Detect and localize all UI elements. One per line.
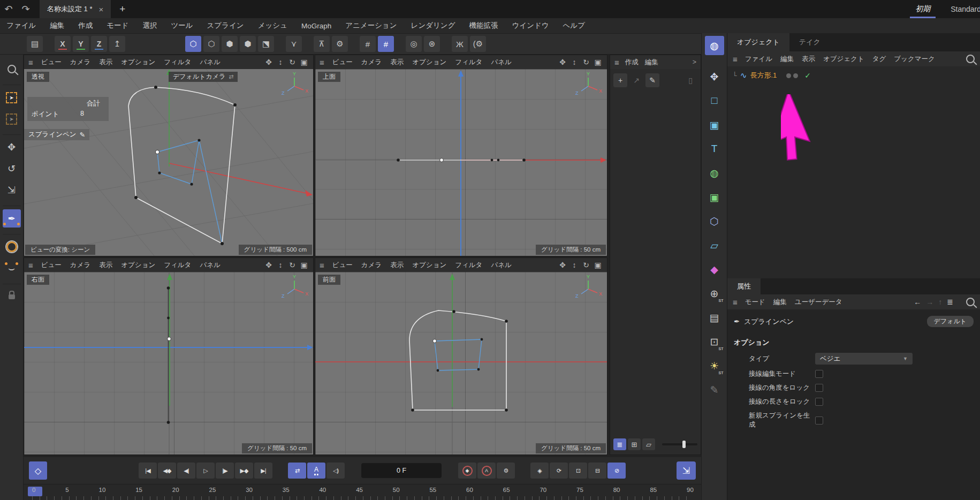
autokey-mode-button[interactable]: A (307, 463, 325, 479)
toolbar-button[interactable] (304, 36, 312, 52)
back-icon[interactable]: ← (914, 298, 921, 306)
menu-item[interactable]: ウインドウ (512, 21, 549, 31)
close-tab-icon[interactable]: × (99, 5, 104, 14)
viewport-menu-item[interactable]: オプション (121, 58, 155, 67)
zoom-slider[interactable] (662, 443, 697, 445)
tab-attributes[interactable]: 属性 (727, 278, 761, 294)
layer-view-button[interactable]: ▱ (642, 438, 655, 450)
lock-workplane-button[interactable] (3, 287, 21, 306)
symmetry-button[interactable]: Ж (452, 36, 468, 52)
texture-mode-button[interactable]: ⬔ (258, 36, 274, 52)
live-selection-button[interactable]: ➤ (3, 88, 21, 107)
points-mode-button[interactable]: ⬡ (185, 36, 201, 52)
panel-menu-item[interactable]: 編集 (645, 58, 658, 67)
orbit-view-icon[interactable]: ↻ (581, 261, 591, 269)
filter-icon[interactable]: ≣ (947, 298, 953, 306)
tool-button[interactable] (3, 231, 21, 234)
manager-menu-item[interactable]: ブックマーク (894, 55, 935, 64)
toolbar-button[interactable] (276, 36, 284, 52)
viewport-menu-item[interactable]: ビュー (41, 261, 62, 270)
forward-icon[interactable]: → (926, 298, 933, 306)
orbit-view-icon[interactable]: ↻ (581, 58, 591, 66)
restore-layout-button[interactable]: ⇲ (677, 461, 696, 480)
tab-takes[interactable]: テイク (789, 33, 830, 51)
loop-playback-button[interactable]: ⇄ (288, 463, 306, 479)
keyframe-diamond-button[interactable]: ◇ (29, 461, 47, 480)
viewport-menu-item[interactable]: オプション (412, 261, 446, 270)
options-section-header[interactable]: オプション (727, 327, 980, 347)
menu-item[interactable]: アニメーション (345, 21, 397, 31)
viewport-menu-item[interactable]: フィルタ (455, 261, 482, 270)
icon-view-button[interactable]: ⊞ (628, 438, 641, 450)
manager-menu-item[interactable]: オブジェクト (823, 55, 864, 64)
viewport-menu-item[interactable]: フィルタ (164, 261, 191, 270)
generator-icon[interactable]: ◍ (705, 163, 724, 183)
hamburger-icon[interactable]: ≡ (28, 261, 33, 270)
snap-lock-button[interactable]: # (378, 36, 394, 52)
toolbar-button[interactable] (137, 36, 145, 52)
toolbar-button[interactable] (350, 36, 358, 52)
attributes-menu-item[interactable]: 編集 (773, 298, 787, 307)
viewport-menu-item[interactable]: オプション (412, 58, 446, 67)
pick-object-button[interactable]: ✎ (645, 73, 659, 87)
model-mode-button[interactable]: ⬢ (240, 36, 256, 52)
key-rotation-button[interactable]: ⟳ (550, 463, 568, 479)
prev-key-button[interactable]: ◀◆ (158, 463, 176, 479)
viewport-canvas-top[interactable]: YXZ 上面 グリッド間隔 : 50 cm (315, 69, 607, 256)
hamburger-icon[interactable]: ≡ (320, 58, 324, 67)
delete-button[interactable]: ▯ (683, 73, 697, 87)
layout-tab-standard[interactable]: Standard (945, 0, 980, 18)
dolly-view-icon[interactable]: ↕ (276, 58, 285, 66)
layout-tab-startup[interactable]: 初期 (910, 0, 936, 18)
dolly-view-icon[interactable]: ↕ (569, 58, 579, 66)
editor-visibility-dot[interactable] (786, 73, 791, 78)
manager-menu-item[interactable]: 表示 (802, 55, 815, 64)
key-parameter-button[interactable]: ⊡ (569, 463, 587, 479)
toolbar-button[interactable] (147, 36, 154, 52)
text-primitive-icon[interactable]: T (705, 139, 724, 158)
tab-objects[interactable]: オブジェクト (727, 33, 789, 51)
render-active-view-button[interactable]: ◍ (705, 36, 724, 55)
redo-icon[interactable]: ↷ (17, 3, 34, 15)
autokey-lock-button[interactable]: ⊘ (607, 463, 626, 479)
checkbox[interactable] (815, 384, 823, 392)
viewport-menu-item[interactable]: 表示 (390, 261, 404, 270)
symmetry-settings-button[interactable]: (⚙ (470, 36, 486, 52)
lock-z-axis-button[interactable]: Z (91, 36, 107, 52)
rotate-tool-button[interactable]: ↺ (3, 160, 21, 178)
scene-globe-icon[interactable]: ⊕ST (705, 284, 724, 303)
axis-mode-button[interactable]: ⋎ (286, 36, 302, 52)
viewport-canvas-perspective[interactable]: YXZ 透視 デフォルトカメラ ⇄ 合計 ポイント 8 スプラインペン ✎ ビュ… (24, 69, 313, 256)
menu-item[interactable]: ヘルプ (563, 21, 585, 31)
spline-primitive-icon[interactable]: □ (705, 91, 724, 110)
timeline-ruler[interactable]: 051015202530354045505560657075808590 (24, 484, 701, 500)
toolbar-button[interactable] (156, 36, 164, 52)
goto-end-button[interactable]: ▶| (254, 463, 272, 479)
manager-menu-item[interactable]: 編集 (780, 55, 794, 64)
circle-tool-button[interactable] (3, 238, 21, 256)
hamburger-icon[interactable]: ≡ (320, 261, 324, 270)
menu-item[interactable]: レンダリング (411, 21, 455, 31)
new-tab-button[interactable]: + (119, 3, 125, 15)
coord-system-button[interactable]: ↥ (109, 36, 125, 52)
checkbox[interactable] (815, 398, 823, 406)
menu-item[interactable]: モード (107, 21, 128, 31)
orbit-view-icon[interactable]: ↻ (287, 261, 297, 269)
toolbar-button[interactable] (442, 36, 450, 52)
key-pla-button[interactable]: ⊟ (588, 463, 606, 479)
menu-item[interactable]: メッシュ (258, 21, 287, 31)
checkbox[interactable] (815, 416, 823, 425)
viewport-menu-item[interactable]: 表示 (390, 58, 404, 67)
pan-view-icon[interactable]: ✥ (264, 58, 274, 66)
viewport-menu-item[interactable]: フィルタ (164, 58, 191, 67)
viewport-menu-item[interactable]: カメラ (361, 58, 382, 67)
toolbar-button[interactable] (45, 36, 52, 52)
volume-icon[interactable]: ▣ (705, 187, 724, 207)
search-commands-button[interactable] (3, 60, 21, 78)
maximize-view-icon[interactable]: ▣ (299, 261, 309, 269)
tweak-mode-icon[interactable]: ✥ (705, 67, 724, 86)
menu-item[interactable]: MoGraph (301, 22, 331, 30)
menu-item[interactable]: 編集 (50, 21, 64, 31)
light-icon[interactable]: ☀ST (705, 356, 724, 375)
attributes-menu-item[interactable]: モード (745, 298, 765, 307)
